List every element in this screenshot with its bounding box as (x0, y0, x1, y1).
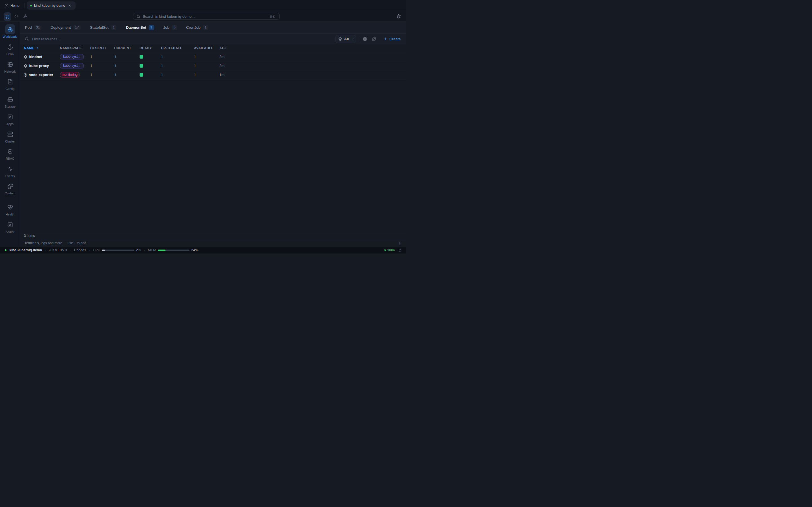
svg-text:JS: JS (24, 74, 26, 75)
